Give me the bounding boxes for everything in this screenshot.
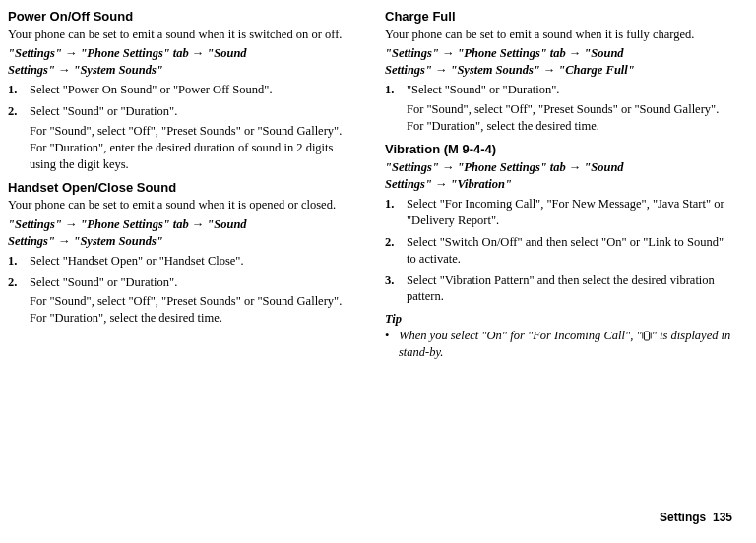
left-column: Power On/Off Sound Your phone can be set… bbox=[8, 8, 355, 373]
arrow-icon: → bbox=[439, 46, 458, 60]
svg-rect-0 bbox=[644, 332, 649, 340]
path-seg: "Phone Settings" tab bbox=[457, 46, 565, 60]
step-text: "Select "Sound" or "Duration". bbox=[407, 83, 559, 96]
steps-handset: Select "Handset Open" or "Handset Close"… bbox=[8, 253, 355, 328]
step-text: Select "For Incoming Call", "For New Mes… bbox=[407, 197, 724, 227]
step-text: Select "Vibration Pattern" and then sele… bbox=[407, 273, 715, 304]
page-footer: Settings 135 bbox=[660, 510, 732, 525]
list-item: Select "Vibration Pattern" and then sele… bbox=[385, 272, 732, 306]
path-seg: "Charge Full" bbox=[558, 63, 634, 77]
arrow-icon: → bbox=[189, 46, 208, 60]
list-item: "Select "Sound" or "Duration". For "Soun… bbox=[385, 82, 732, 135]
tip-text-pre: When you select "On" for "For Incoming C… bbox=[399, 329, 642, 342]
right-column: Charge Full Your phone can be set to emi… bbox=[385, 8, 732, 373]
menu-code: (M 9-4-4) bbox=[444, 142, 496, 156]
arrow-icon: → bbox=[566, 46, 585, 60]
list-item: Select "Power On Sound" or "Power Off So… bbox=[8, 82, 355, 98]
path-seg: "Settings" bbox=[8, 217, 62, 231]
nav-path-vibration: "Settings"→"Phone Settings" tab→"Sound S… bbox=[385, 159, 732, 193]
step-text: Select "Switch On/Off" and then select "… bbox=[407, 235, 724, 266]
steps-charge: "Select "Sound" or "Duration". For "Soun… bbox=[385, 82, 732, 135]
arrow-icon: → bbox=[566, 160, 585, 174]
path-seg: "System Sounds" bbox=[73, 63, 162, 77]
steps-power-onoff: Select "Power On Sound" or "Power Off So… bbox=[8, 82, 355, 172]
arrow-icon: → bbox=[189, 217, 208, 231]
arrow-icon: → bbox=[55, 234, 74, 248]
intro-power-onoff: Your phone can be set to emit a sound wh… bbox=[8, 27, 355, 43]
intro-handset: Your phone can be set to emit a sound wh… bbox=[8, 197, 355, 213]
arrow-icon: → bbox=[55, 63, 74, 77]
heading-power-onoff-sound: Power On/Off Sound bbox=[8, 8, 355, 26]
heading-charge-full: Charge Full bbox=[385, 8, 732, 26]
tip-item: • When you select "On" for "For Incoming… bbox=[385, 328, 732, 361]
nav-path-handset: "Settings"→"Phone Settings" tab→"Sound S… bbox=[8, 216, 355, 250]
heading-handset-sound: Handset Open/Close Sound bbox=[8, 179, 355, 197]
vibration-icon bbox=[642, 331, 652, 341]
path-seg: "Vibration" bbox=[450, 177, 512, 191]
step-sub: For "Sound", select "Off", "Preset Sound… bbox=[407, 101, 732, 135]
arrow-icon: → bbox=[432, 177, 451, 191]
path-seg: "Settings" bbox=[385, 160, 439, 174]
list-item: Select "Switch On/Off" and then select "… bbox=[385, 234, 732, 268]
arrow-icon: → bbox=[62, 217, 81, 231]
step-sub: For "Sound", select "Off", "Preset Sound… bbox=[30, 123, 355, 173]
step-text: Select "Sound" or "Duration". bbox=[30, 104, 177, 118]
arrow-icon: → bbox=[432, 63, 451, 77]
arrow-icon: → bbox=[62, 46, 81, 60]
nav-path-power-onoff: "Settings"→"Phone Settings" tab→"Sound S… bbox=[8, 45, 355, 79]
heading-vibration-text: Vibration bbox=[385, 142, 440, 156]
intro-charge: Your phone can be set to emit a sound wh… bbox=[385, 27, 732, 43]
list-item: Select "Sound" or "Duration". For "Sound… bbox=[8, 103, 355, 173]
path-seg: "Phone Settings" tab bbox=[80, 217, 188, 231]
path-seg: "System Sounds" bbox=[450, 63, 539, 77]
steps-vibration: Select "For Incoming Call", "For New Mes… bbox=[385, 196, 732, 305]
heading-vibration: Vibration (M 9-4-4) bbox=[385, 141, 732, 158]
list-item: Select "Handset Open" or "Handset Close"… bbox=[8, 253, 355, 270]
path-seg: "Phone Settings" tab bbox=[80, 46, 188, 60]
list-item: Select "Sound" or "Duration". For "Sound… bbox=[8, 274, 355, 328]
arrow-icon: → bbox=[439, 160, 458, 174]
list-item: Select "For Incoming Call", "For New Mes… bbox=[385, 196, 732, 229]
footer-section: Settings bbox=[660, 511, 706, 524]
path-seg: "System Sounds" bbox=[73, 234, 162, 248]
path-seg: "Settings" bbox=[8, 46, 62, 60]
path-seg: "Settings" bbox=[385, 46, 439, 60]
step-text: Select "Sound" or "Duration". bbox=[30, 275, 177, 289]
step-sub: For "Sound", select "Off", "Preset Sound… bbox=[30, 293, 355, 327]
footer-page-number: 135 bbox=[713, 511, 732, 524]
bullet-icon: • bbox=[385, 328, 389, 344]
step-text: Select "Power On Sound" or "Power Off So… bbox=[30, 83, 273, 96]
page-columns: Power On/Off Sound Your phone can be set… bbox=[0, 0, 756, 373]
step-text: Select "Handset Open" or "Handset Close"… bbox=[30, 254, 244, 268]
nav-path-charge: "Settings"→"Phone Settings" tab→"Sound S… bbox=[385, 45, 732, 79]
arrow-icon: → bbox=[540, 63, 559, 77]
path-seg: "Phone Settings" tab bbox=[457, 160, 565, 174]
tip-heading: Tip bbox=[385, 311, 732, 328]
